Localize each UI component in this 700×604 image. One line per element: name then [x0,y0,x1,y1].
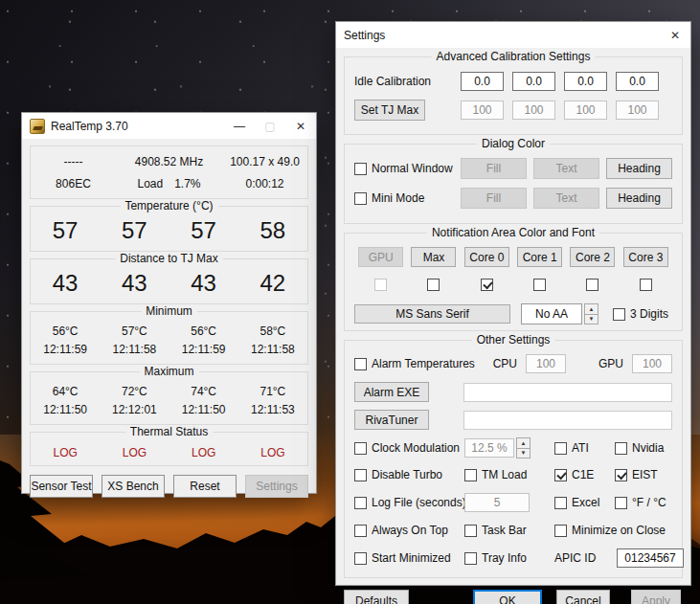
min-temp: 56°C [169,324,238,338]
checkbox-icon[interactable] [615,497,627,509]
core3-show-checkbox[interactable] [640,279,652,291]
set-tjmax-button[interactable]: Set TJ Max [354,100,425,121]
alarm-exe-button[interactable]: Alarm EXE [354,382,429,402]
minimize-on-close-checkbox[interactable]: Minimize on Close [554,524,672,537]
uptime-value: 0:00:12 [222,177,307,190]
normal-window-checkbox[interactable]: Normal Window [354,162,461,175]
thermal-status-group: Thermal Status LOG LOG LOG LOG [30,432,308,466]
ok-button[interactable]: OK [473,590,542,604]
close-icon[interactable]: ✕ [285,113,316,139]
close-icon[interactable]: ✕ [660,22,690,48]
other-settings-group-title: Other Settings [472,333,555,347]
core2-show-checkbox[interactable] [586,279,598,291]
excel-label: Excel [572,496,599,509]
max-show-checkbox[interactable] [427,279,440,291]
checkbox-icon[interactable] [354,442,367,455]
max-color-button[interactable]: Max [411,247,456,267]
spinner-down-icon[interactable]: ▼ [516,448,531,459]
core0-color-button[interactable]: Core 0 [464,247,509,267]
core2-temp: 57 [169,216,238,245]
task-bar-checkbox[interactable]: Task Bar [464,524,554,537]
xs-bench-button[interactable]: XS Bench [102,475,165,498]
checkbox-icon[interactable] [354,552,367,565]
alarm-exe-path-field[interactable] [463,383,672,402]
notification-group-title: Notification Area Color and Font [427,226,599,239]
min-time: 12:11:59 [31,343,100,356]
nvidia-checkbox[interactable]: Nvidia [615,441,672,455]
checkbox-icon[interactable] [464,469,477,481]
core1-color-button[interactable]: Core 1 [517,247,562,267]
c1e-checkbox[interactable]: C1E [554,468,615,481]
checkbox-icon[interactable] [354,497,367,509]
checkbox-icon[interactable] [554,442,567,455]
clock-modulation-checkbox[interactable]: Clock Modulation [354,441,464,455]
rivatuner-button[interactable]: RivaTuner [354,410,429,430]
fill-button: Fill [461,158,527,179]
distance-group-title: Distance to TJ Max [115,252,222,265]
start-minimized-checkbox[interactable]: Start Minimized [354,551,464,565]
font-select-button[interactable]: MS Sans Serif [354,304,510,324]
normal-window-label: Normal Window [372,162,453,175]
ati-checkbox[interactable]: ATI [554,441,615,455]
three-digits-label: 3 Digits [630,307,668,321]
cpu-frequency: 4908.52 MHz [116,155,222,168]
idle-calibration-field[interactable]: 0.0 [564,72,607,91]
disable-turbo-checkbox[interactable]: Disable Turbo [354,468,464,481]
defaults-button[interactable]: Defaults [344,590,409,604]
core3-color-button[interactable]: Core 3 [623,247,668,267]
checkbox-icon[interactable] [464,525,477,537]
idle-calibration-field[interactable]: 0.0 [616,72,659,91]
clock-modulation-spinner[interactable]: ▲ ▼ [516,437,531,459]
spinner-down-icon[interactable]: ▼ [584,314,598,325]
idle-calibration-field[interactable]: 0.0 [461,72,504,91]
core0-show-checkbox[interactable] [481,279,493,291]
heading-button[interactable]: Heading [606,158,672,179]
idle-calibration-field[interactable]: 0.0 [512,72,555,91]
checkbox-icon[interactable] [464,552,477,565]
checkbox-icon[interactable] [554,469,567,481]
alarm-temperatures-label: Alarm Temperatures [372,357,475,370]
excel-checkbox[interactable]: Excel [554,496,615,509]
fahrenheit-celsius-checkbox[interactable]: °F / °C [615,496,672,509]
alarm-temperatures-checkbox[interactable]: Alarm Temperatures [354,357,493,370]
antialias-field[interactable]: No AA [521,303,582,324]
core1-show-checkbox[interactable] [533,279,546,291]
max-time: 12:11:50 [31,403,100,416]
antialias-spinner[interactable]: ▲ ▼ [584,303,598,324]
checkbox-icon[interactable] [354,358,367,370]
checkbox-icon[interactable] [554,497,567,509]
cancel-button[interactable]: Cancel [556,590,610,604]
core1-distance: 43 [100,269,169,298]
checkbox-icon[interactable] [615,469,627,481]
apic-id-field[interactable]: 01234567 [617,548,684,568]
checkbox-icon[interactable] [354,469,367,481]
checkbox-icon[interactable] [554,525,567,537]
mini-mode-checkbox[interactable]: Mini Mode [354,191,461,205]
checkbox-icon[interactable] [354,163,367,175]
realtemp-titlebar[interactable]: RealTemp 3.70 — ▢ ✕ [22,113,316,139]
heading-button[interactable]: Heading [606,188,672,209]
reset-button[interactable]: Reset [173,475,237,498]
checkbox-icon[interactable] [615,442,627,455]
sensor-test-button[interactable]: Sensor Test [30,475,93,498]
rivatuner-path-field[interactable] [463,411,672,430]
minimum-group: Minimum 56°C 57°C 56°C 58°C 12:11:59 12:… [30,311,308,365]
mini-mode-label: Mini Mode [372,191,424,205]
tm-load-checkbox[interactable]: TM Load [464,468,554,481]
realtemp-window: RealTemp 3.70 — ▢ ✕ ----- 4908.52 MHz 10… [21,112,317,494]
always-on-top-checkbox[interactable]: Always On Top [354,524,464,537]
checkbox-icon[interactable] [354,192,367,205]
core2-color-button[interactable]: Core 2 [570,247,615,267]
text-button: Text [533,188,599,209]
core3-temp: 58 [238,216,307,245]
checkbox-icon[interactable] [613,308,625,321]
tray-info-checkbox[interactable]: Tray Info [464,551,554,565]
settings-titlebar[interactable]: Settings ✕ [336,22,690,48]
minimize-icon[interactable]: — [224,113,255,139]
log-file-checkbox[interactable]: Log File (seconds) [354,496,464,509]
checkbox-icon[interactable] [354,525,367,537]
eist-checkbox[interactable]: EIST [615,468,672,481]
dialog-color-group: Dialog Color Normal Window Fill Text Hea… [344,144,683,224]
three-digits-checkbox[interactable]: 3 Digits [613,307,668,321]
settings-window-title: Settings [344,29,660,42]
